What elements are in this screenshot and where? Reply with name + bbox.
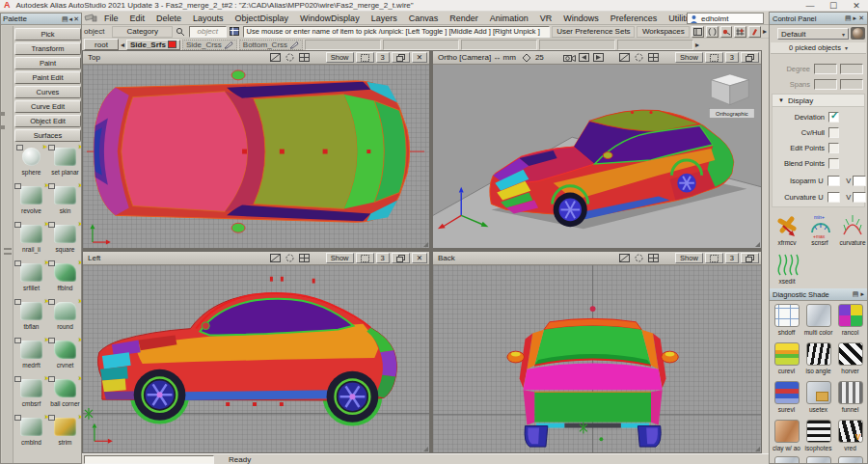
- ghost-box-button[interactable]: [705, 253, 723, 263]
- palette-tab[interactable]: Paint: [14, 57, 81, 69]
- panel-menu-icon[interactable]: ▤: [853, 290, 859, 298]
- xsedit-tool[interactable]: xsedit: [772, 252, 802, 285]
- diagnostic-shade-tool[interactable]: [771, 454, 802, 464]
- menu-item[interactable]: Preferences: [605, 14, 664, 23]
- pick-object-icon[interactable]: [720, 26, 733, 38]
- diagnostic-shade-tool[interactable]: usetex: [802, 379, 834, 418]
- palette-tool[interactable]: ball corner: [48, 375, 82, 414]
- display-section-header[interactable]: ▼ Display: [773, 95, 864, 107]
- viewport-top-header[interactable]: Top Show 3 ✕: [83, 51, 429, 65]
- restore-viewport-icon[interactable]: [741, 52, 759, 63]
- layer-scroll-left-arrow[interactable]: ◂: [121, 41, 124, 49]
- restore-viewport-icon[interactable]: [741, 253, 759, 263]
- view-next-icon[interactable]: [592, 52, 605, 63]
- curvature-u-input[interactable]: [827, 192, 841, 203]
- pick-window-icon[interactable]: [269, 52, 282, 63]
- degree-input-v[interactable]: [840, 64, 863, 74]
- toolbar-overflow-arrow[interactable]: ▸: [763, 27, 767, 36]
- palette-tool[interactable]: ffblnd: [48, 259, 82, 298]
- diagnostic-shade-tool[interactable]: multi color: [802, 302, 834, 341]
- layer-empty-slot[interactable]: [305, 40, 381, 50]
- checkbox[interactable]: [828, 127, 839, 138]
- ghost-box-button[interactable]: [705, 52, 723, 63]
- menu-item[interactable]: Canvas: [403, 14, 445, 23]
- menu-item[interactable]: Delete: [150, 14, 187, 23]
- viewport-top-canvas[interactable]: [83, 65, 429, 248]
- viewport-back-header[interactable]: Back Show 3: [433, 252, 761, 265]
- lister-window-icon[interactable]: [692, 26, 704, 38]
- diagnostic-shade-tool[interactable]: [834, 454, 866, 464]
- dashed-circle-icon[interactable]: [633, 52, 645, 63]
- palette-close-icon[interactable]: ✕: [73, 15, 79, 23]
- palette-tab[interactable]: Paint Edit: [14, 71, 81, 84]
- layout-grid-icon[interactable]: [298, 52, 311, 63]
- show-menu-button[interactable]: Show: [326, 253, 354, 263]
- diagnostic-shade-tool[interactable]: vred: [834, 418, 866, 456]
- degree-input-u[interactable]: [814, 64, 837, 74]
- panel-menu-icon[interactable]: ▤: [845, 14, 852, 22]
- object-lister-icon[interactable]: [229, 26, 241, 38]
- diagnostic-shade-tool[interactable]: isophotes: [802, 418, 834, 456]
- diagnostic-shade-tool[interactable]: [802, 454, 834, 464]
- user-preference-sets-button[interactable]: User Preference Sets: [552, 26, 635, 38]
- diagnostic-shade-tool[interactable]: iso angle: [802, 341, 834, 379]
- pick-window-icon[interactable]: [618, 52, 631, 63]
- isoparm-v-input[interactable]: [853, 176, 866, 186]
- priority-button[interactable]: 3: [376, 52, 390, 63]
- dashed-circle-icon[interactable]: [633, 253, 645, 263]
- palette-tool[interactable]: cmbsrf: [14, 375, 48, 414]
- layer-tab-bottom-crss[interactable]: Bottom_Crss: [239, 40, 303, 50]
- isoparm-u-input[interactable]: [827, 176, 841, 186]
- diagnostic-shade-header[interactable]: Diagnostic Shade ▤ ▸: [770, 288, 867, 301]
- palette-tool[interactable]: medrft: [14, 337, 48, 375]
- viewport-left-canvas[interactable]: [83, 265, 429, 452]
- magnet-pin-icon[interactable]: [748, 26, 761, 38]
- priority-button[interactable]: 3: [376, 253, 390, 263]
- pick-window-icon[interactable]: [269, 253, 282, 263]
- palette-tool[interactable]: cmblnd: [14, 414, 48, 452]
- layout-grid-icon[interactable]: [647, 253, 660, 263]
- palette-tab[interactable]: Pick: [14, 28, 81, 41]
- pick-window-icon[interactable]: [618, 253, 631, 263]
- minimize-button[interactable]: —: [799, 1, 822, 11]
- maximize-button[interactable]: ☐: [822, 1, 845, 11]
- menu-item[interactable]: Render: [444, 14, 484, 23]
- panel-close-icon[interactable]: ✕: [858, 14, 864, 22]
- menu-item[interactable]: Layouts: [187, 14, 230, 23]
- palette-tool[interactable]: strim: [48, 414, 82, 452]
- priority-button[interactable]: 3: [725, 253, 739, 263]
- priority-button[interactable]: 3: [725, 52, 739, 63]
- user-chip[interactable]: edholmt: [687, 13, 764, 24]
- diagnostic-shade-tool[interactable]: funnel: [834, 379, 866, 418]
- curvature-tool[interactable]: curvature: [837, 213, 868, 246]
- palette-tab[interactable]: Surfaces: [14, 129, 81, 142]
- object-field[interactable]: object: [189, 26, 227, 38]
- menu-item[interactable]: Edit: [124, 14, 151, 23]
- layout-grid-icon[interactable]: [298, 253, 311, 263]
- palette-tool[interactable]: square: [48, 221, 82, 259]
- layer-root-button[interactable]: root: [84, 39, 119, 50]
- layer-empty-slot[interactable]: [617, 40, 693, 50]
- dashed-circle-icon[interactable]: [284, 253, 296, 263]
- xfrmcv-tool[interactable]: xfrmcv: [772, 213, 802, 246]
- palette-tab[interactable]: Object Edit: [14, 115, 81, 127]
- ghost-box-button[interactable]: [356, 253, 374, 263]
- palette-tool[interactable]: sphere: [14, 144, 48, 182]
- menu-item[interactable]: WindowDisplay: [294, 14, 366, 23]
- restore-viewport-icon[interactable]: [392, 52, 410, 63]
- diagnostic-shade-tool[interactable]: horver: [834, 341, 866, 379]
- diagnostic-shade-tool[interactable]: surevl: [771, 379, 802, 418]
- view-prev-icon[interactable]: [578, 52, 590, 63]
- palette-tab[interactable]: Transform: [14, 42, 81, 55]
- panel-collapse-icon[interactable]: ▸: [860, 290, 864, 298]
- snap-grid-icon[interactable]: [734, 26, 746, 38]
- menu-item[interactable]: Windows: [557, 14, 605, 23]
- diagnostic-shade-tool[interactable]: shdoff: [771, 302, 802, 341]
- palette-header[interactable]: Palette ▤ ◂ ✕: [1, 14, 81, 25]
- close-viewport-icon[interactable]: ✕: [412, 253, 427, 263]
- layer-empty-slot[interactable]: [383, 40, 459, 50]
- palette-collapse-icon[interactable]: ◂: [69, 15, 73, 23]
- menu-item[interactable]: ObjectDisplay: [230, 14, 295, 23]
- clay-material-icon[interactable]: [851, 27, 865, 40]
- show-menu-button[interactable]: Show: [675, 253, 703, 263]
